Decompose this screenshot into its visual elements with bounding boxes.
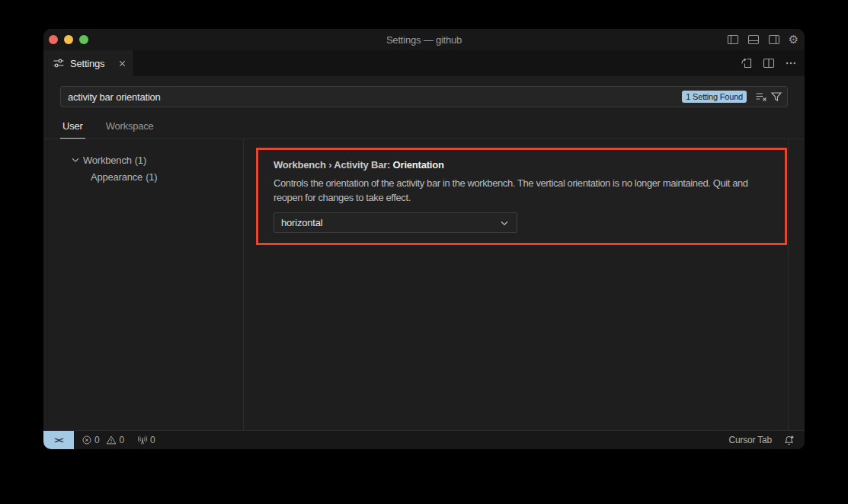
remote-indicator[interactable]: >< xyxy=(43,431,74,449)
orientation-select-value: horizontal xyxy=(281,217,499,228)
desktop-background: Settings — github ⚙ xyxy=(0,0,848,504)
editor-actions xyxy=(741,50,797,76)
toggle-panel-icon[interactable] xyxy=(747,33,760,46)
gear-icon[interactable]: ⚙ xyxy=(789,33,798,46)
setting-description: Controls the orientation of the activity… xyxy=(274,176,770,205)
cursor-tab-status[interactable]: Cursor Tab xyxy=(729,435,772,445)
settings-search-section: activity bar orientation 1 Setting Found xyxy=(43,76,805,113)
zoom-window-button[interactable] xyxy=(79,35,88,44)
toc-item-count: (1) xyxy=(146,171,157,183)
minimize-window-button[interactable] xyxy=(64,35,73,44)
setting-row-activity-bar-orientation[interactable]: Workbench › Activity Bar: Orientation Co… xyxy=(256,148,787,245)
open-settings-json-icon[interactable] xyxy=(741,57,753,69)
toc-item-appearance[interactable]: Appearance (1) xyxy=(43,168,243,185)
warning-count: 0 xyxy=(119,435,123,445)
settings-window: Settings — github ⚙ xyxy=(43,29,805,449)
scope-tab-user[interactable]: User xyxy=(60,113,85,139)
chevron-down-icon[interactable] xyxy=(70,155,81,165)
warning-icon xyxy=(106,435,117,445)
radio-tower-icon xyxy=(137,435,148,445)
scope-tabs: User Workspace xyxy=(43,113,805,139)
problems-warnings[interactable]: 0 xyxy=(106,435,123,445)
settings-sliders-icon xyxy=(53,57,65,69)
scope-tab-user-label: User xyxy=(62,120,83,132)
bell-notification-icon[interactable] xyxy=(783,435,795,446)
scrollbar-gutter[interactable] xyxy=(788,139,805,430)
remote-icon: >< xyxy=(55,435,63,445)
settings-body: Workbench (1) Appearance (1) Workbench ›… xyxy=(43,139,805,430)
toggle-primary-sidebar-icon[interactable] xyxy=(727,33,739,46)
tab-label: Settings xyxy=(70,58,117,69)
editor-tabbar: Settings xyxy=(43,50,805,76)
ports-count: 0 xyxy=(150,435,155,445)
filter-funnel-icon[interactable] xyxy=(770,91,782,103)
statusbar-right: Cursor Tab xyxy=(729,435,805,446)
chevron-down-icon xyxy=(499,218,510,228)
setting-title: Workbench › Activity Bar: Orientation xyxy=(274,159,770,171)
more-actions-icon[interactable] xyxy=(785,57,797,69)
statusbar: >< 0 0 xyxy=(43,430,805,449)
window-controls xyxy=(49,35,88,44)
window-title: Settings — github xyxy=(386,34,462,46)
toggle-secondary-sidebar-icon[interactable] xyxy=(768,33,780,46)
settings-toc: Workbench (1) Appearance (1) xyxy=(43,139,244,430)
setting-name: Orientation xyxy=(393,159,444,171)
clear-search-icon[interactable] xyxy=(755,91,767,103)
titlebar: Settings — github ⚙ xyxy=(43,29,805,50)
titlebar-actions: ⚙ xyxy=(727,29,798,50)
tab-settings[interactable]: Settings xyxy=(43,50,134,76)
toc-item-count: (1) xyxy=(135,155,146,166)
toc-item-label: Workbench xyxy=(83,155,132,166)
orientation-select[interactable]: horizontal xyxy=(274,212,517,233)
results-count-badge: 1 Setting Found xyxy=(682,91,747,103)
settings-list: Workbench › Activity Bar: Orientation Co… xyxy=(244,139,788,430)
close-tab-icon[interactable] xyxy=(117,59,127,69)
search-query-text: activity bar orientation xyxy=(68,91,682,103)
problems-errors[interactable]: 0 xyxy=(82,435,99,445)
toc-item-label: Appearance xyxy=(91,171,142,183)
close-window-button[interactable] xyxy=(49,35,58,44)
setting-category: Workbench › Activity Bar: xyxy=(274,159,393,171)
forwarded-ports[interactable]: 0 xyxy=(137,435,155,445)
scope-tab-workspace[interactable]: Workspace xyxy=(104,113,156,139)
settings-search-input[interactable]: activity bar orientation 1 Setting Found xyxy=(60,86,788,107)
error-icon xyxy=(82,435,92,445)
toc-item-workbench[interactable]: Workbench (1) xyxy=(43,152,243,168)
scope-tab-workspace-label: Workspace xyxy=(106,120,154,132)
split-editor-icon[interactable] xyxy=(763,57,775,69)
error-count: 0 xyxy=(94,435,99,445)
